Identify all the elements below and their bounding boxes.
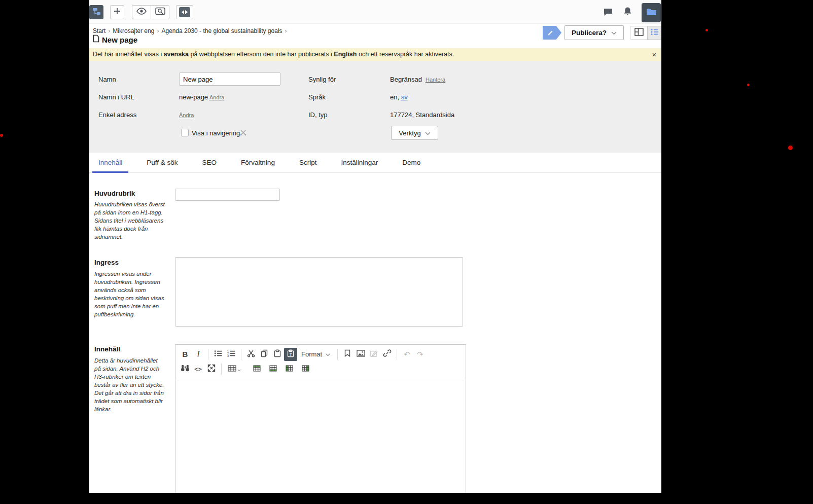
- sv-language-link[interactable]: sv: [401, 93, 408, 101]
- manage-visibility-link[interactable]: Hantera: [426, 77, 445, 83]
- table-insert-row-after-button[interactable]: [266, 363, 279, 376]
- red-artifact-dot: [0, 134, 3, 137]
- layout-view-button[interactable]: [630, 26, 647, 40]
- insert-table-button[interactable]: [225, 363, 244, 376]
- copy-button[interactable]: [258, 348, 271, 361]
- site-tree-button[interactable]: [89, 5, 103, 19]
- close-icon[interactable]: ×: [649, 48, 659, 61]
- table-insert-row-before-button[interactable]: [250, 363, 263, 376]
- breadcrumb-item[interactable]: Agenda 2030 - the global sustainability …: [161, 27, 282, 34]
- bell-icon[interactable]: [623, 7, 632, 18]
- table-insert-row-after-icon: [269, 365, 277, 374]
- undo-button[interactable]: ↶: [400, 348, 413, 361]
- rte-content-area[interactable]: [175, 378, 466, 493]
- eye-icon: [136, 8, 147, 17]
- italic-button[interactable]: I: [192, 348, 205, 361]
- bold-button[interactable]: B: [179, 348, 192, 361]
- italic-icon: I: [197, 350, 200, 358]
- tools-dropdown[interactable]: Verktyg: [391, 126, 438, 140]
- redo-button[interactable]: ↷: [413, 348, 427, 361]
- show-in-nav-checkbox[interactable]: [181, 129, 189, 136]
- publish-button[interactable]: Publicera?: [564, 25, 624, 40]
- breadcrumb: Start›Mikrosajter eng›Agenda 2030 - the …: [93, 27, 290, 34]
- bullet-list-button[interactable]: [211, 348, 225, 361]
- breadcrumb-item[interactable]: Start: [93, 27, 105, 34]
- tab-demo[interactable]: Demo: [396, 153, 427, 173]
- fullscreen-button[interactable]: [205, 363, 218, 376]
- chevron-down-icon: [326, 350, 330, 358]
- innehall-description: Detta är huvudinnehållet på sidan. Använ…: [94, 356, 165, 413]
- edit-mode-button[interactable]: [543, 26, 561, 40]
- name-input[interactable]: [179, 73, 280, 86]
- compare-button[interactable]: [176, 5, 193, 19]
- tab-innehall[interactable]: Innehåll: [92, 153, 128, 173]
- add-button[interactable]: [110, 5, 124, 19]
- preview-button[interactable]: [132, 6, 151, 19]
- chat-icon[interactable]: [603, 8, 613, 18]
- bookmark-button[interactable]: [341, 348, 354, 361]
- table-insert-col-after-button[interactable]: [299, 363, 312, 376]
- innehall-title: Innehåll: [94, 345, 120, 353]
- screen: Start›Mikrosajter eng›Agenda 2030 - the …: [0, 0, 813, 504]
- document-icon: [93, 34, 99, 45]
- publish-label: Publicera?: [572, 29, 607, 37]
- red-artifact-dot: [788, 146, 793, 150]
- tab-forvaltning[interactable]: Förvaltning: [235, 153, 281, 173]
- scissors-icon[interactable]: [240, 129, 246, 137]
- url-name-value: new-page: [179, 93, 208, 101]
- find-replace-button[interactable]: [179, 363, 192, 376]
- red-artifact-dot: [747, 84, 750, 86]
- simple-address-label: Enkel adress: [98, 111, 136, 119]
- link-icon: [383, 349, 392, 359]
- format-dropdown[interactable]: Format: [297, 348, 334, 361]
- table-insert-col-after-icon: [302, 365, 309, 374]
- panel-toggle-group: [630, 26, 661, 40]
- list-view-button[interactable]: [647, 26, 661, 40]
- page-title: New page: [102, 35, 137, 44]
- insert-image-button[interactable]: [354, 348, 367, 361]
- breadcrumb-item[interactable]: Mikrosajter eng: [113, 27, 154, 34]
- language-label: Språk: [308, 93, 326, 101]
- tools-label: Verktyg: [399, 129, 420, 137]
- paste-button[interactable]: [271, 348, 284, 361]
- image-icon: [357, 350, 365, 359]
- source-code-button[interactable]: <>: [192, 363, 205, 376]
- edit-icon: [370, 349, 378, 359]
- copy-icon: [260, 349, 268, 359]
- change-simple-address-link[interactable]: Ändra: [179, 112, 194, 118]
- change-url-link[interactable]: Ändra: [209, 94, 224, 100]
- redo-icon: ↷: [417, 350, 423, 359]
- inspect-button[interactable]: [151, 6, 169, 19]
- notice-text: Det här innehållet visas i svenska på we…: [93, 51, 454, 58]
- numbered-list-button[interactable]: 123: [225, 348, 238, 361]
- url-name-label: Namn i URL: [98, 93, 134, 101]
- layout-columns-icon: [634, 28, 644, 38]
- fullscreen-icon: [207, 364, 216, 374]
- huvudrubrik-title: Huvudrubrik: [94, 190, 135, 197]
- tab-puff-sok[interactable]: Puff & sök: [140, 153, 184, 173]
- bullet-list-icon: [214, 350, 222, 359]
- bookmark-icon: [344, 349, 350, 359]
- chevron-down-icon: [237, 365, 241, 374]
- language-notice: Det här innehållet visas i svenska på we…: [89, 48, 661, 61]
- tab-installningar[interactable]: Inställningar: [335, 153, 384, 173]
- svg-text:3: 3: [227, 354, 229, 357]
- ingress-textarea[interactable]: [175, 257, 463, 327]
- tab-script[interactable]: Script: [293, 153, 323, 173]
- page-title-row: New page: [93, 34, 137, 45]
- tab-seo[interactable]: SEO: [196, 153, 223, 173]
- table-insert-col-before-button[interactable]: [282, 363, 296, 376]
- visible-for-value: Begränsad: [390, 76, 422, 83]
- folder-icon: [646, 8, 657, 18]
- breadcrumb-separator: ›: [105, 27, 113, 34]
- files-button[interactable]: [642, 3, 661, 22]
- edit-draft-button[interactable]: [367, 348, 380, 361]
- list-icon: [651, 28, 659, 38]
- paste-as-text-button[interactable]: T: [284, 348, 297, 361]
- preview-search-icon: [155, 7, 165, 17]
- bold-icon: B: [183, 350, 188, 358]
- insert-link-button[interactable]: [380, 348, 394, 361]
- cut-button[interactable]: [244, 348, 258, 361]
- huvudrubrik-input[interactable]: [175, 189, 280, 201]
- cms-window: Start›Mikrosajter eng›Agenda 2030 - the …: [89, 0, 661, 493]
